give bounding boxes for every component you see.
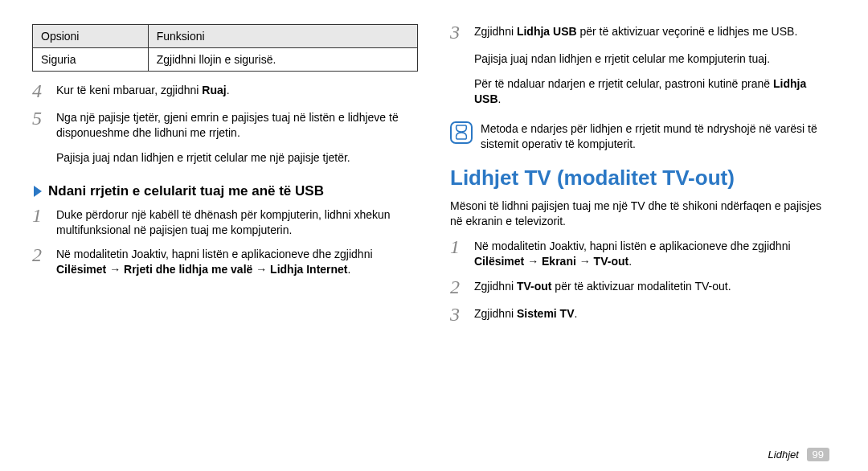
tv2-bold: TV-out xyxy=(517,280,552,293)
step-number: 3 xyxy=(450,23,468,42)
section-intro: Mësoni të lidhni pajisjen tuaj me një TV… xyxy=(450,199,836,229)
tv3-bold: Sistemi TV xyxy=(517,307,575,320)
r3-para-2: Për të ndaluar ndarjen e rrjetit celular… xyxy=(474,76,836,107)
subheading-text: Ndani rrjetin e celularit tuaj me anë të… xyxy=(48,183,324,199)
options-table: Opsioni Funksioni Siguria Zgjidhni lloji… xyxy=(32,24,418,72)
step-number: 4 xyxy=(32,81,50,100)
right-step-3: 3 Zgjidhni Lidhja USB për të aktivizuar … xyxy=(450,24,836,42)
tv-step-1: 1 Në modalitetin Joaktiv, hapni listën e… xyxy=(450,239,836,269)
td-function: Zgjidhni llojin e sigurisë. xyxy=(148,48,417,72)
chevron-right-icon xyxy=(32,185,43,198)
tv-step-3: 3 Zgjidhni Sistemi TV. xyxy=(450,306,836,324)
step-4-tail: . xyxy=(227,84,230,96)
td-option: Siguria xyxy=(33,48,149,72)
usb-step-1-text: Duke përdorur një kabëll të dhënash për … xyxy=(56,207,418,238)
section-title: Lidhjet TV (modalitet TV-out) xyxy=(450,166,836,190)
usb-step-2-text: Në modalitetin Joaktiv, hapni listën e a… xyxy=(56,248,373,260)
usb-step-2: 2 Në modalitetin Joaktiv, hapni listën e… xyxy=(32,247,418,277)
note-icon xyxy=(450,121,473,152)
right-column: 3 Zgjidhni Lidhja USB për të aktivizuar … xyxy=(450,24,836,458)
step-4-text: Kur të keni mbaruar, zgjidhni xyxy=(56,84,202,96)
r3-text: Zgjidhni xyxy=(474,25,517,38)
note-text: Metoda e ndarjes për lidhjen e rrjetit m… xyxy=(481,121,836,152)
step-5-text: Nga një pajisje tjetër, gjeni emrin e pa… xyxy=(56,110,418,141)
svg-marker-0 xyxy=(34,186,42,197)
tv1-tail: . xyxy=(628,255,632,268)
table-row: Siguria Zgjidhni llojin e sigurisë. xyxy=(33,48,418,72)
r3-para-1: Pajisja juaj ndan lidhjen e rrjetit celu… xyxy=(474,51,836,67)
r3-bold: Lidhja USB xyxy=(517,25,577,38)
tv1-text: Në modalitetin Joaktiv, hapni listën e a… xyxy=(474,240,791,252)
usb-step-1: 1 Duke përdorur një kabëll të dhënash pë… xyxy=(32,207,418,238)
tv3-tail: . xyxy=(575,307,578,320)
left-column: Opsioni Funksioni Siguria Zgjidhni lloji… xyxy=(32,24,418,458)
th-function: Funksioni xyxy=(148,25,417,48)
footer-label: Lidhjet xyxy=(768,448,799,461)
r3-p2-tail: . xyxy=(498,92,502,105)
note-box: Metoda e ndarjes për lidhjen e rrjetit m… xyxy=(450,121,836,152)
step-number: 5 xyxy=(32,109,50,141)
usb-step-2-bold: Cilësimet → Rrjeti dhe lidhja me valë → … xyxy=(56,263,348,276)
tv2-tail: për të aktivizuar modalitetin TV-out. xyxy=(551,280,731,293)
step-number: 2 xyxy=(450,277,468,297)
step-number: 1 xyxy=(450,237,468,269)
th-option: Opsioni xyxy=(33,25,149,48)
step-5-note: Pajisja juaj ndan lidhjen e rrjetit celu… xyxy=(56,150,418,166)
tv1-bold: Cilësimet → Ekrani → TV-out xyxy=(474,255,628,268)
step-4: 4 Kur të keni mbaruar, zgjidhni Ruaj. xyxy=(32,83,418,100)
tv3-text: Zgjidhni xyxy=(474,307,517,320)
usb-step-2-tail: . xyxy=(348,263,351,276)
step-number: 2 xyxy=(32,245,50,277)
step-5: 5 Nga një pajisje tjetër, gjeni emrin e … xyxy=(32,110,418,141)
r3-tail: për të aktivizuar veçorinë e lidhjes me … xyxy=(577,25,798,38)
step-number: 1 xyxy=(32,206,50,238)
step-4-bold: Ruaj xyxy=(202,84,226,96)
r3-p2-text: Për të ndaluar ndarjen e rrjetit celular… xyxy=(474,77,773,90)
step-number: 3 xyxy=(450,305,468,324)
subheading-usb: Ndani rrjetin e celularit tuaj me anë të… xyxy=(32,183,418,199)
page-number: 99 xyxy=(807,448,829,461)
tv2-text: Zgjidhni xyxy=(474,280,517,293)
tv-step-2: 2 Zgjidhni TV-out për të aktivizuar moda… xyxy=(450,279,836,297)
page-footer: Lidhjet 99 xyxy=(768,448,829,461)
